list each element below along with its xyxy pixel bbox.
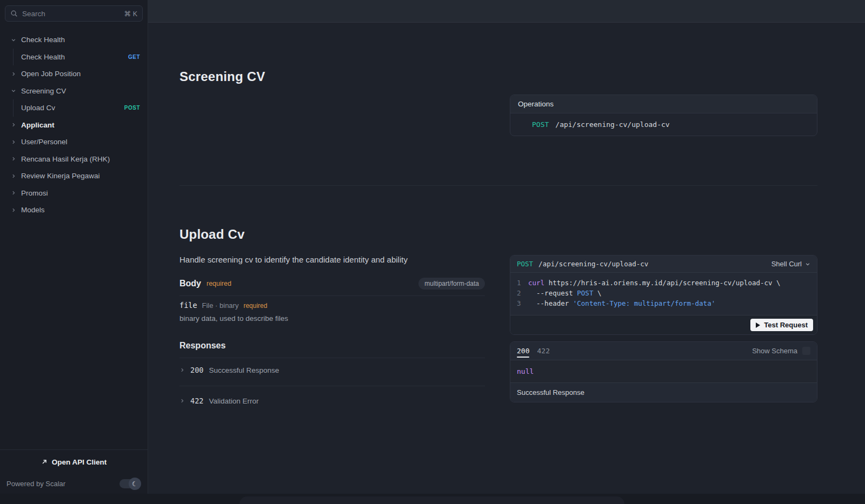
line-number: 3 xyxy=(517,298,528,308)
response-tab-422[interactable]: 422 xyxy=(537,342,549,360)
code-token: --request xyxy=(528,288,577,298)
responses-heading: Responses xyxy=(179,341,225,351)
response-row-422[interactable]: 422 Validation Error xyxy=(179,397,485,405)
line-number: 2 xyxy=(517,288,528,298)
chevron-down-icon xyxy=(11,88,16,93)
dark-mode-toggle[interactable]: ☾ xyxy=(119,479,138,488)
chevron-down-icon xyxy=(805,261,810,267)
code-token: POST xyxy=(577,288,593,298)
body-required-badge: required xyxy=(207,280,231,287)
response-code: 200 xyxy=(190,366,203,374)
section-divider xyxy=(179,185,817,186)
test-request-button[interactable]: Test Request xyxy=(750,319,813,331)
request-example-card: POST /api/screening-cv/upload-cv Shell C… xyxy=(510,255,817,335)
sidebar-item-label: Applicant xyxy=(21,121,55,129)
sidebar-item-open-job-position[interactable]: Open Job Position xyxy=(0,65,148,83)
response-row-200[interactable]: 200 Successful Response xyxy=(179,366,485,374)
sidebar-nav: Check Health Check Health GET Open Job P… xyxy=(0,26,148,449)
chevron-down-icon xyxy=(11,37,16,43)
response-example-card: 200 422 Show Schema null Successful Resp… xyxy=(510,341,817,402)
moon-icon: ☾ xyxy=(129,478,141,490)
method-label-post: POST xyxy=(517,260,533,268)
request-example-header: POST /api/screening-cv/upload-cv Shell C… xyxy=(510,256,817,273)
response-tab-200[interactable]: 200 xyxy=(517,342,529,360)
chevron-right-icon xyxy=(11,173,16,179)
response-code: 422 xyxy=(190,397,203,405)
response-label: Validation Error xyxy=(209,397,258,405)
bottom-page-edge xyxy=(0,494,865,504)
code-token: --header xyxy=(528,298,573,308)
powered-by-row: Powered by Scalar ☾ xyxy=(0,474,148,494)
sidebar-children-check-health: Check Health GET xyxy=(13,49,148,66)
response-example-header: 200 422 Show Schema xyxy=(510,342,817,360)
operations-endpoint-link[interactable]: POST /api/screening-cv/upload-cv xyxy=(510,113,817,136)
show-schema-control: Show Schema xyxy=(752,347,810,355)
scalar-api-reference-app: ⌘ K Check Health Check Health GET xyxy=(0,0,865,504)
field-header: file File · binary required xyxy=(179,301,485,310)
show-schema-checkbox[interactable] xyxy=(802,347,810,355)
page-title-screening-cv: Screening CV xyxy=(179,69,265,84)
sidebar-item-label: Screening CV xyxy=(21,87,66,95)
endpoint-path: /api/screening-cv/upload-cv xyxy=(538,260,648,268)
sidebar-item-label: Upload Cv xyxy=(21,104,55,112)
sidebar-item-check-health-get[interactable]: Check Health GET xyxy=(14,49,148,66)
response-example-footer: Successful Response xyxy=(510,382,817,402)
chevron-right-icon xyxy=(11,122,16,127)
sidebar-item-review-kinerja-pegawai[interactable]: Review Kinerja Pegawai xyxy=(0,167,148,185)
code-token: curl xyxy=(528,278,544,288)
sidebar-item-models[interactable]: Models xyxy=(0,201,148,219)
content-type-pill[interactable]: multipart/form-data xyxy=(418,278,485,290)
code-line: 1curl https://hris-ai.oriens.my.id/api/s… xyxy=(517,278,810,288)
powered-by-scalar-link[interactable]: Powered by Scalar xyxy=(6,480,65,488)
response-label: Successful Response xyxy=(209,366,279,374)
external-link-arrow-icon xyxy=(41,459,48,465)
field-name: file xyxy=(179,301,197,310)
main-content: Screening CV Operations POST /api/screen… xyxy=(148,0,865,504)
search-field[interactable] xyxy=(22,10,103,18)
search-container: ⌘ K xyxy=(0,0,148,26)
search-input[interactable]: ⌘ K xyxy=(5,5,143,22)
sidebar-item-label: Promosi xyxy=(21,189,48,197)
body-divider xyxy=(179,295,485,296)
body-label: Body xyxy=(179,279,201,288)
open-api-client-button[interactable]: Open API Client xyxy=(0,450,148,474)
sidebar-item-label: Check Health xyxy=(21,36,65,44)
endpoint-path: /api/screening-cv/upload-cv xyxy=(555,120,669,129)
responses-divider xyxy=(179,358,485,358)
endpoint-description: Handle screening cv to identify the cand… xyxy=(179,255,408,264)
show-schema-label: Show Schema xyxy=(752,347,797,355)
sidebar-item-label: User/Personel xyxy=(21,138,68,146)
field-type: File · binary xyxy=(202,301,239,310)
sidebar-children-screening-cv: Upload Cv POST xyxy=(13,99,148,117)
request-example-footer: Test Request xyxy=(510,315,817,334)
open-api-client-label: Open API Client xyxy=(52,458,107,466)
sidebar-item-promosi[interactable]: Promosi xyxy=(0,185,148,202)
sidebar-item-screening-cv-group[interactable]: Screening CV xyxy=(0,83,148,100)
sidebar-item-applicant[interactable]: Applicant xyxy=(0,117,148,134)
response-example-body[interactable]: null xyxy=(510,360,817,382)
sidebar-item-upload-cv-post[interactable]: Upload Cv POST xyxy=(14,99,148,117)
client-selector-dropdown[interactable]: Shell Curl xyxy=(771,260,810,268)
topbar xyxy=(148,0,865,23)
sidebar-item-label: Open Job Position xyxy=(21,70,81,78)
sidebar-item-check-health-group[interactable]: Check Health xyxy=(0,31,148,49)
client-selector-label: Shell Curl xyxy=(771,260,802,268)
next-section-rounded-edge xyxy=(239,496,624,504)
chevron-right-icon xyxy=(11,139,16,145)
sidebar-item-label: Models xyxy=(21,206,45,214)
chevron-right-icon xyxy=(11,207,16,213)
operations-card-title: Operations xyxy=(510,95,817,113)
play-icon xyxy=(756,322,760,328)
field-required-badge: required xyxy=(243,302,267,310)
sidebar-item-label: Review Kinerja Pegawai xyxy=(21,172,100,180)
sidebar-item-label: Check Health xyxy=(21,53,65,61)
code-line: 2 --request POST \ xyxy=(517,288,810,298)
search-icon xyxy=(10,10,18,17)
test-request-label: Test Request xyxy=(764,321,808,329)
chevron-right-icon xyxy=(11,156,16,162)
method-badge-get: GET xyxy=(128,54,140,60)
sidebar-item-rencana-hasil-kerja[interactable]: Rencana Hasil Kerja (RHK) xyxy=(0,151,148,168)
sidebar-item-user-personel[interactable]: User/Personel xyxy=(0,133,148,151)
curl-code-block[interactable]: 1curl https://hris-ai.oriens.my.id/api/s… xyxy=(510,273,817,315)
search-shortcut: ⌘ K xyxy=(124,10,137,18)
